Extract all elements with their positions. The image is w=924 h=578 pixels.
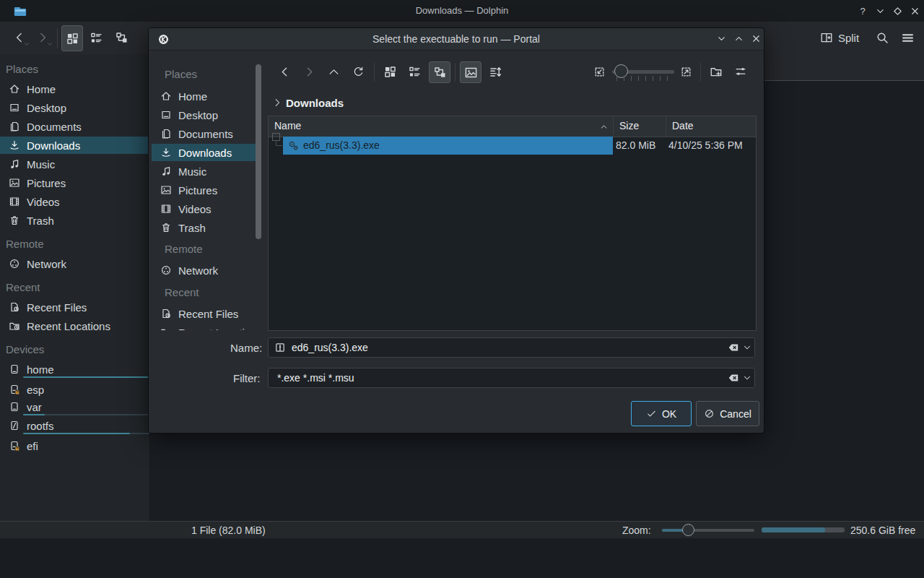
dialog-title: Select the exectuable to run — Portal <box>149 28 764 50</box>
place-documents[interactable]: Documents <box>0 118 149 135</box>
place-trash[interactable]: Trash <box>0 212 149 229</box>
device-efi[interactable]: efi <box>0 437 149 454</box>
dialog-place-trash[interactable]: Trash <box>152 219 261 236</box>
filter-dropdown-chevron-icon[interactable] <box>742 373 752 383</box>
dialog-place-network[interactable]: Network <box>152 262 261 279</box>
name-input[interactable] <box>290 339 705 356</box>
zoom-slider-knob[interactable] <box>682 524 694 536</box>
column-header-date[interactable]: Date <box>672 120 694 131</box>
dialog-place-desktop[interactable]: Desktop <box>152 106 261 124</box>
drive-root-icon <box>9 420 20 431</box>
dialog-forward-button[interactable] <box>299 61 319 82</box>
place-pictures[interactable]: Pictures <box>0 174 149 191</box>
breadcrumb-current[interactable]: Downloads <box>286 97 344 109</box>
details-view-button[interactable] <box>86 25 106 50</box>
file-name: ed6_rus(3.3).exe <box>303 139 380 151</box>
split-button[interactable]: Split <box>816 25 863 50</box>
dialog-place-music[interactable]: Music <box>152 163 261 180</box>
tree-view-button[interactable] <box>111 25 131 50</box>
hamburger-menu-button[interactable] <box>897 25 918 50</box>
table-row[interactable]: ed6_rus(3.3).exe 82.0 MiB 4/10/25 5:36 P… <box>269 137 756 155</box>
column-header-size[interactable]: Size <box>619 120 639 131</box>
place-recent-locations[interactable]: Recent Locations <box>0 317 149 335</box>
dialog-preview-button[interactable] <box>460 61 481 83</box>
recent-locations-icon <box>160 327 172 330</box>
place-desktop[interactable]: Desktop <box>0 99 149 116</box>
dialog-place-home[interactable]: Home <box>152 87 261 105</box>
drive-badge-icon <box>9 384 20 395</box>
dialog-place-recent-files[interactable]: Recent Files <box>152 305 268 322</box>
hamburger-icon <box>901 31 915 45</box>
recent-files-icon <box>160 308 172 319</box>
zoom-in-button[interactable] <box>676 61 696 82</box>
dialog-icons-view-button[interactable] <box>380 61 400 82</box>
device-home[interactable]: home <box>0 361 149 378</box>
ok-button[interactable]: OK <box>631 401 692 426</box>
dialog-place-pictures[interactable]: Pictures <box>152 181 261 199</box>
close-button[interactable] <box>907 3 923 19</box>
place-recent-files[interactable]: Recent Files <box>0 298 149 316</box>
slider-ticks <box>616 76 674 81</box>
dialog-place-videos[interactable]: Videos <box>152 200 261 217</box>
zoom-label: Zoom: <box>622 525 651 536</box>
dialog-maximize-button[interactable] <box>731 30 746 46</box>
dialog-sort-button[interactable] <box>485 61 505 82</box>
dialog-tree-view-button[interactable] <box>429 61 450 83</box>
section-header: Recent <box>159 286 199 298</box>
cancel-button[interactable]: Cancel <box>696 401 759 426</box>
forward-history-caret[interactable] <box>46 40 53 48</box>
dialog-minimize-button[interactable] <box>713 30 729 46</box>
dialog-place-downloads[interactable]: Downloads <box>152 144 261 161</box>
dialog-close-button[interactable] <box>748 30 764 46</box>
dialog-place-recent-locations[interactable]: Recent Locations <box>152 324 268 330</box>
place-home[interactable]: Home <box>0 80 149 98</box>
place-videos[interactable]: Videos <box>0 193 149 210</box>
sidebar-scrollbar[interactable] <box>256 64 261 239</box>
file-dialog: Select the exectuable to run — Portal Pl… <box>148 27 764 434</box>
clear-filter-icon[interactable] <box>728 372 739 384</box>
dialog-titlebar[interactable]: Select the exectuable to run — Portal <box>149 28 764 51</box>
minimize-button[interactable] <box>872 3 888 19</box>
place-music[interactable]: Music <box>0 155 149 173</box>
device-var[interactable]: var <box>0 398 149 415</box>
name-field[interactable] <box>268 337 755 358</box>
downloads-icon <box>9 139 20 151</box>
section-header: Recent <box>0 281 40 293</box>
sort-icon <box>489 65 502 79</box>
dialog-options-button[interactable] <box>731 61 751 82</box>
dolphin-titlebar[interactable]: Downloads — Dolphin ? <box>0 0 924 22</box>
search-button[interactable] <box>872 25 892 50</box>
dialog-reload-button[interactable] <box>348 61 368 82</box>
dialog-back-button[interactable] <box>274 61 295 82</box>
clear-name-icon[interactable] <box>728 342 739 353</box>
home-icon <box>160 90 172 102</box>
zoom-out-button[interactable] <box>589 61 609 82</box>
column-divider[interactable] <box>613 116 614 137</box>
downloads-icon <box>160 147 172 158</box>
help-button[interactable]: ? <box>855 3 871 19</box>
dialog-up-button[interactable] <box>323 61 344 82</box>
place-downloads[interactable]: Downloads <box>0 137 158 154</box>
dialog-place-documents[interactable]: Documents <box>152 125 261 142</box>
column-header-name[interactable]: Name <box>274 120 301 131</box>
device-esp[interactable]: esp <box>0 381 149 398</box>
desktop-icon <box>160 109 172 121</box>
network-icon <box>160 264 172 276</box>
column-divider[interactable] <box>666 116 666 137</box>
file-list: Name Size Date ed6_rus(3.3).exe 82.0 MiB… <box>268 116 757 331</box>
back-history-caret[interactable] <box>23 40 30 48</box>
place-network[interactable]: Network <box>0 255 149 272</box>
new-folder-button[interactable] <box>706 61 726 82</box>
dialog-details-view-button[interactable] <box>404 61 424 82</box>
exe-file-icon <box>287 139 300 152</box>
device-rootfs[interactable]: rootfs <box>0 417 149 434</box>
name-dropdown-chevron-icon[interactable] <box>742 342 752 353</box>
separator <box>455 63 456 82</box>
filter-field[interactable] <box>268 368 755 388</box>
icons-view-button[interactable] <box>61 25 83 51</box>
filter-input[interactable] <box>276 369 705 387</box>
drive-badge-icon <box>9 440 20 452</box>
network-icon <box>9 258 20 269</box>
maximize-button[interactable] <box>889 3 905 19</box>
capacity-bar-fill <box>23 433 130 434</box>
